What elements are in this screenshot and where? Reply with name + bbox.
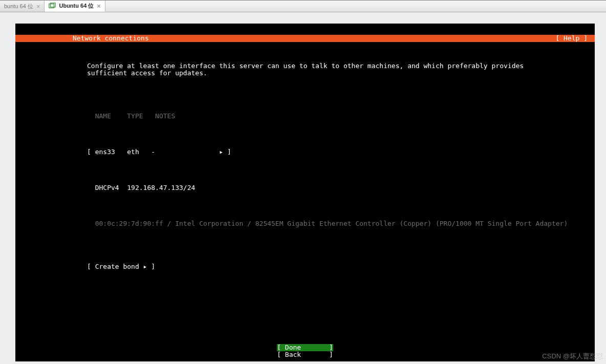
vm-tab-0[interactable]: buntu 64 位 × [0, 1, 45, 12]
installer-nav: [ Done ] [ Back ] [15, 344, 595, 358]
done-button[interactable]: [ Done ] [277, 344, 333, 351]
col-notes: NOTES [155, 112, 175, 120]
close-icon[interactable]: × [36, 3, 40, 10]
col-name: NAME [95, 112, 111, 120]
vm-area: Network connections [ Help ] Configure a… [0, 12, 606, 364]
installer-body: Configure at least one interface this se… [87, 48, 574, 285]
interface-row[interactable]: [ ens33 eth - ▸ ] [87, 148, 574, 156]
create-bond-button[interactable]: [ Create bond ▸ ] [87, 263, 574, 270]
iface-type: eth [127, 148, 139, 156]
iface-name: ens33 [95, 148, 115, 156]
installer-header: Network connections [ Help ] [15, 35, 595, 42]
vm-tab-1-label: Ubuntu 64 位 [59, 2, 94, 10]
chevron-right-icon: ▸ [143, 263, 147, 270]
chevron-right-icon: ▸ [219, 148, 223, 156]
vm-tab-1[interactable]: Ubuntu 64 位 × [45, 1, 105, 12]
help-button[interactable]: [ Help ] [555, 35, 588, 42]
iface-notes: - [151, 148, 155, 156]
back-button[interactable]: [ Back ] [277, 351, 333, 358]
iface-dhcp-label: DHCPv4 [95, 184, 119, 191]
col-type: TYPE [127, 112, 143, 120]
vm-tabstrip: buntu 64 位 × Ubuntu 64 位 × [0, 0, 606, 12]
vmware-icon [49, 3, 56, 10]
interface-table-header: NAME TYPE NOTES [87, 113, 574, 120]
create-bond-label: Create bond [95, 263, 139, 270]
installer-console: Network connections [ Help ] Configure a… [15, 24, 595, 361]
interface-hw-info: 00:0c:29:7d:90:ff / Intel Corporation / … [87, 220, 574, 227]
page-title: Network connections [73, 35, 149, 42]
close-icon[interactable]: × [97, 3, 101, 9]
description-text: Configure at least one interface this se… [87, 62, 527, 77]
iface-ip: 192.168.47.133/24 [127, 184, 195, 191]
interface-dhcp-line: DHCPv4 192.168.47.133/24 [87, 184, 574, 191]
vm-tab-0-label: buntu 64 位 [4, 3, 33, 10]
